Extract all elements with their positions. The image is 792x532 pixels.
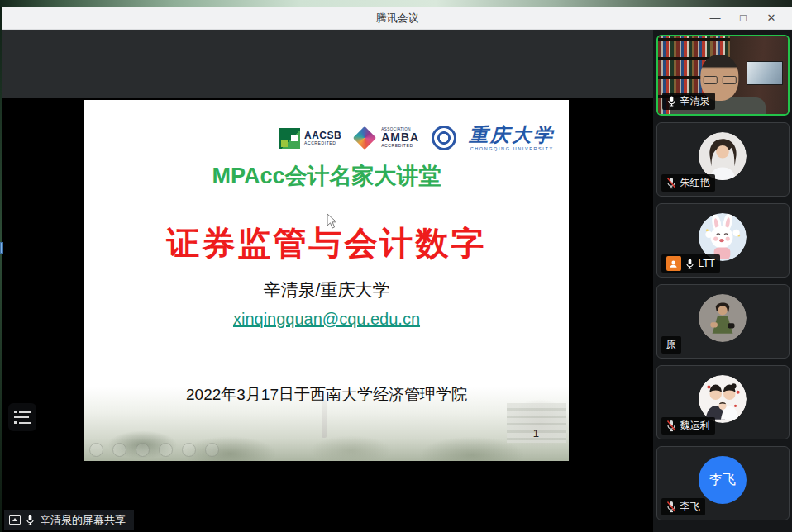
list-dot: [14, 411, 17, 413]
participant-name: 朱红艳: [680, 176, 710, 190]
participant-name-chip: LTT: [661, 254, 720, 273]
pen-icon[interactable]: [136, 443, 150, 457]
shared-screen-letterbox: [2, 30, 653, 98]
prev-slide-icon[interactable]: [89, 443, 103, 457]
participant-name: 辛清泉: [680, 94, 710, 108]
mic-muted-icon: [666, 501, 676, 513]
cqu-wordmark: 重庆大学 CHONGQING UNIVERSITY: [469, 125, 555, 150]
participant-name-chip: 朱红艳: [661, 174, 715, 192]
person-glasses: [704, 76, 737, 84]
member-badge-icon: [666, 256, 681, 271]
list-bar: [19, 411, 31, 413]
logo-row: AACSB ACCREDITED ASSOCIATION AMBA ACCRED…: [279, 116, 555, 159]
titlebar: 腾讯会议 — □ ✕: [2, 7, 792, 30]
minimize-button[interactable]: —: [701, 7, 729, 29]
list-bar: [19, 422, 31, 425]
aacsb-subtitle: ACCREDITED: [304, 141, 341, 145]
participant-name: 李飞: [680, 500, 700, 514]
participant-tile-ltt[interactable]: LTT: [656, 203, 790, 278]
avatar: [699, 294, 747, 342]
list-bar: [14, 416, 29, 419]
amba-subtitle: ACCREDITED: [381, 144, 419, 148]
participant-name: LTT: [699, 258, 715, 269]
close-button[interactable]: ✕: [757, 7, 785, 29]
avatar-text: 李飞: [709, 472, 736, 489]
next-slide-icon[interactable]: [112, 443, 126, 457]
aacsb-icon: [279, 128, 300, 149]
slideshow-controls: [89, 443, 219, 457]
aacsb-logo: AACSB ACCREDITED: [279, 128, 341, 149]
mic-muted-icon: [666, 177, 676, 189]
slide-footer: 2022年3月17日于西南大学经济管理学院: [84, 384, 569, 406]
screen-share-banner: 辛清泉的屏幕共享: [4, 510, 134, 530]
participant-name-chip: 魏运利: [661, 417, 715, 435]
slide-author: 辛清泉/重庆大学: [84, 278, 569, 302]
window-title: 腾讯会议: [376, 11, 419, 26]
mic-on-icon: [667, 95, 676, 107]
shared-screen-area: AACSB ACCREDITED ASSOCIATION AMBA ACCRED…: [2, 30, 653, 532]
participant-tile-zhuhongyan[interactable]: 朱红艳: [656, 122, 790, 197]
zoom-icon[interactable]: [182, 443, 196, 457]
participant-name-chip: 李飞: [661, 498, 705, 515]
meeting-window: 腾讯会议 — □ ✕ AACSB ACCREDITED: [2, 7, 792, 532]
list-toggle-button[interactable]: [8, 403, 36, 431]
slide-series-title: MPAcc会计名家大讲堂: [84, 161, 569, 191]
participant-tile-lifei[interactable]: 李飞 李飞: [656, 446, 790, 520]
presentation-slide: AACSB ACCREDITED ASSOCIATION AMBA ACCRED…: [84, 100, 569, 461]
cqu-name: 重庆大学: [469, 125, 555, 145]
avatar: [699, 132, 747, 180]
avatar: 李飞: [699, 456, 747, 504]
participant-name-chip: 原: [661, 336, 681, 354]
screen-share-icon: [9, 515, 21, 525]
amba-diamond-icon: [353, 126, 376, 150]
grid-icon[interactable]: [159, 443, 173, 457]
participant-tile-xinqingquan[interactable]: 辛清泉: [656, 35, 790, 116]
participant-name: 魏运利: [680, 419, 710, 433]
mic-on-icon: [26, 514, 35, 526]
slide-email: xinqingquan@cqu.edu.cn: [84, 310, 569, 329]
participant-name: 原: [666, 338, 676, 352]
aacsb-name: AACSB: [304, 131, 341, 141]
monitor: [747, 61, 783, 85]
screen-share-banner-text: 辛清泉的屏幕共享: [40, 513, 126, 528]
maximize-button[interactable]: □: [729, 7, 757, 29]
participant-tile-weiyunli[interactable]: 魏运利: [656, 365, 790, 439]
more-icon[interactable]: [205, 443, 219, 457]
mouse-cursor: [327, 213, 337, 229]
cqu-seal-icon: [432, 126, 456, 150]
amba-logo: ASSOCIATION AMBA ACCREDITED: [354, 128, 419, 149]
mic-on-icon: [685, 258, 694, 270]
window-controls: — □ ✕: [701, 7, 785, 29]
amba-name: AMBA: [381, 131, 419, 144]
avatar: [699, 375, 747, 423]
slide-page-number: 1: [533, 427, 539, 439]
desktop-icon-sliver: [0, 242, 3, 254]
cqu-subtitle: CHONGQING UNIVERSITY: [470, 146, 554, 151]
participants-sidebar: 辛清泉 朱红艳: [653, 30, 792, 532]
list-dot: [14, 421, 17, 424]
participant-name-chip: 辛清泉: [662, 93, 715, 110]
desktop-wallpaper-strip: [0, 0, 792, 7]
participant-tile-yuan[interactable]: 原: [656, 284, 790, 359]
mic-muted-icon: [666, 420, 676, 432]
